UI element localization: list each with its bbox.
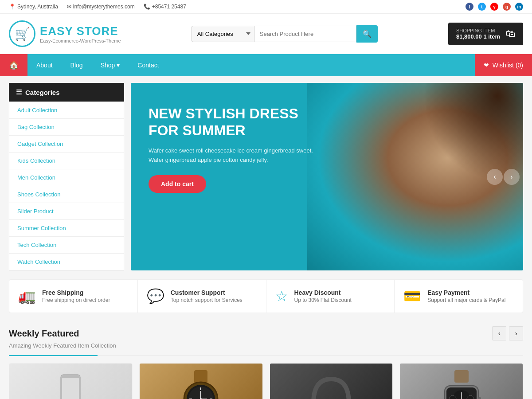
product-card-phone[interactable]	[9, 363, 133, 399]
cart-text: SHOPPING ITEM $1,800.00 1 item	[456, 28, 500, 40]
sidebar-item-summer[interactable]: Summer Collection	[9, 220, 124, 237]
weekly-subtitle: Amazing Weekly Featured Item Collection	[9, 342, 523, 349]
logo-area: 🛒 EASY STORE Easy-Ecommerce-WordPress-Th…	[9, 20, 121, 47]
sidebar-item-watch[interactable]: Watch Collection	[9, 254, 124, 270]
cart-items: 1 item	[483, 33, 500, 40]
logo-text: EASY STORE Easy-Ecommerce-WordPress-Them…	[40, 24, 121, 43]
sidebar-item-gadget[interactable]: Gadget Collection	[9, 136, 124, 153]
sidebar-item-men[interactable]: Men Collection	[9, 169, 124, 186]
search-input[interactable]	[254, 26, 356, 42]
facebook-icon[interactable]: f	[466, 3, 473, 11]
email-text: info@mysterythemes.com	[73, 4, 135, 10]
weekly-prev-button[interactable]: ‹	[492, 326, 506, 340]
star-icon: ☆	[275, 288, 288, 305]
feature-discount-title: Heavy Discount	[294, 289, 352, 296]
hero-description: Wafer cake sweet roll cheesecake ice cre…	[149, 146, 329, 165]
feature-shipping-title: Free Shipping	[42, 289, 110, 296]
cart-price: $1,800.00	[456, 33, 482, 40]
nav-contact[interactable]: Contact	[129, 54, 168, 76]
linkedin-icon[interactable]: in	[515, 3, 523, 11]
product-card-headphones[interactable]	[270, 363, 393, 399]
wishlist-label: Wishlist (0)	[493, 62, 523, 69]
chat-icon: 💬	[147, 288, 164, 305]
product-image-headphones	[270, 364, 393, 399]
feature-support-text: Customer Support Top notch support for S…	[171, 289, 243, 303]
weekly-title: Weekly Featured	[9, 329, 79, 339]
logo-tagline: Easy-Ecommerce-WordPress-Theme	[40, 38, 121, 43]
logo-icon: 🛒	[9, 20, 35, 47]
phone-text: +85471 25487	[152, 4, 186, 10]
feature-discount-desc: Up to 30% Flat Discount	[294, 297, 352, 303]
twitter-icon[interactable]: t	[478, 3, 486, 11]
slider-next-button[interactable]: ›	[504, 169, 520, 185]
email-icon: ✉	[67, 4, 71, 10]
location-pin-icon: 📍	[9, 4, 16, 10]
product-image-watch2	[400, 364, 523, 399]
feature-payment-text: Easy Payment Support all major cards & P…	[427, 289, 505, 303]
nav-bar: 🏠 About Blog Shop ▾ Contact ❤ Wishlist (…	[0, 54, 532, 76]
truck-icon: 🚛	[18, 288, 36, 305]
cart-area[interactable]: SHOPPING ITEM $1,800.00 1 item 🛍	[448, 23, 523, 45]
weekly-featured-section: Weekly Featured ‹ › Amazing Weekly Featu…	[0, 322, 532, 399]
category-select[interactable]: All Categories Adult Collection Bag Coll…	[192, 26, 254, 42]
email-info: ✉ info@mysterythemes.com	[67, 4, 135, 10]
sidebar-item-adult[interactable]: Adult Collection	[9, 102, 124, 119]
feature-support-title: Customer Support	[171, 289, 243, 296]
feature-support-desc: Top notch support for Services	[171, 297, 243, 303]
search-area: All Categories Adult Collection Bag Coll…	[192, 25, 378, 43]
sidebar-item-kids[interactable]: Kids Collection	[9, 153, 124, 169]
sidebar-item-bag[interactable]: Bag Collection	[9, 119, 124, 136]
svg-rect-30	[478, 397, 481, 399]
feature-shipping-desc: Free shipping on direct order	[42, 297, 110, 303]
cart-bag-icon: 🛍	[505, 28, 515, 39]
product-image-watch1	[140, 364, 262, 399]
phone-info: 📞 +85471 25487	[144, 4, 186, 10]
headphones-svg	[302, 370, 360, 399]
sidebar: ☰ Categories Adult Collection Bag Collec…	[9, 83, 124, 270]
wishlist-button[interactable]: ❤ Wishlist (0)	[475, 54, 532, 76]
logo-name: EASY STORE	[40, 24, 121, 38]
product-card-watch1[interactable]	[139, 363, 263, 399]
feature-payment-desc: Support all major cards & PayPal	[427, 297, 505, 303]
social-icons: f t y g in	[466, 3, 523, 11]
hero-section: NEW STYLISH DRESS FOR SUMMER Wafer cake …	[131, 83, 523, 270]
top-bar-left: 📍 Sydney, Australia ✉ info@mysterythemes…	[9, 4, 186, 10]
sidebar-item-tech[interactable]: Tech Collection	[9, 237, 124, 254]
feature-shipping-text: Free Shipping Free shipping on direct or…	[42, 289, 110, 303]
weekly-next-button[interactable]: ›	[509, 326, 523, 340]
sidebar-item-shoes[interactable]: Shoes Collection	[9, 186, 124, 203]
feature-payment: 💳 Easy Payment Support all major cards &…	[395, 280, 523, 313]
location-info: 📍 Sydney, Australia	[9, 4, 58, 10]
sidebar-item-slider[interactable]: Slider Product	[9, 203, 124, 220]
feature-discount-text: Heavy Discount Up to 30% Flat Discount	[294, 289, 352, 303]
card-icon: 💳	[403, 288, 421, 305]
nav-about[interactable]: About	[27, 54, 62, 76]
phone-icon: 📞	[144, 4, 150, 10]
location-text: Sydney, Australia	[17, 4, 58, 10]
svg-rect-21	[454, 370, 469, 383]
watch2-svg	[435, 368, 488, 399]
nav-blog[interactable]: Blog	[62, 54, 92, 76]
feature-free-shipping: 🚛 Free Shipping Free shipping on direct …	[9, 280, 138, 313]
cart-label: SHOPPING ITEM	[456, 28, 500, 33]
cart-price-items: $1,800.00 1 item	[456, 33, 500, 40]
feature-discount: ☆ Heavy Discount Up to 30% Flat Discount	[266, 280, 395, 313]
menu-icon: ☰	[16, 88, 22, 96]
search-button[interactable]: 🔍	[356, 25, 378, 43]
product-card-watch2[interactable]	[399, 363, 523, 399]
nav-shop-label: Shop	[101, 62, 115, 69]
product-image-phone	[9, 364, 132, 399]
nav-shop[interactable]: Shop ▾	[92, 54, 129, 76]
slider-prev-button[interactable]: ‹	[487, 169, 503, 185]
feature-support: 💬 Customer Support Top notch support for…	[138, 280, 266, 313]
youtube-icon[interactable]: y	[490, 3, 498, 11]
hero-add-to-cart-button[interactable]: Add to cart	[149, 175, 206, 193]
weekly-nav-buttons: ‹ ›	[492, 326, 523, 340]
nav-home-button[interactable]: 🏠	[0, 54, 27, 76]
top-bar: 📍 Sydney, Australia ✉ info@mysterythemes…	[0, 0, 532, 14]
shop-dropdown-icon: ▾	[117, 62, 120, 69]
googleplus-icon[interactable]: g	[503, 3, 511, 11]
sidebar-title: Categories	[25, 89, 60, 96]
hero-title: NEW STYLISH DRESS FOR SUMMER	[149, 105, 329, 139]
watch1-svg	[174, 368, 227, 399]
